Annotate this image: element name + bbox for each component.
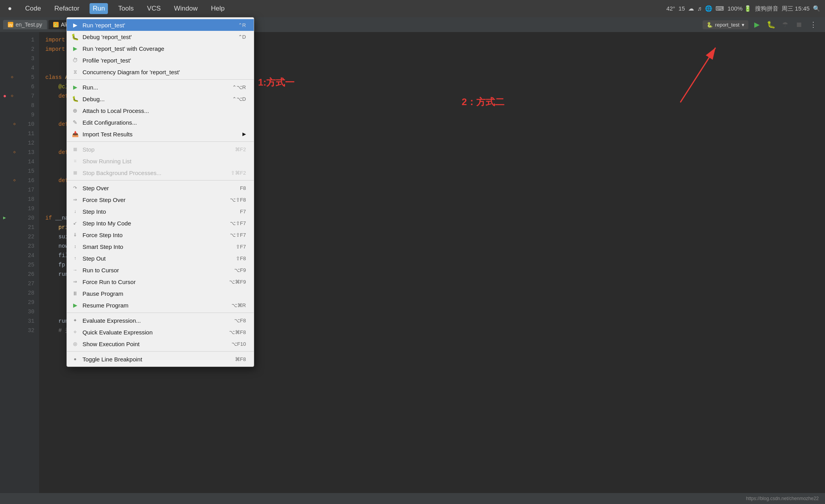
stop-button[interactable]: ⏹: [794, 19, 805, 30]
run-dots-icon: ▶: [72, 84, 79, 91]
line-16: 16◇: [0, 176, 39, 185]
menu-item-force-run-cursor[interactable]: ⇒ Force Run to Cursor ⌥⌘F9: [67, 276, 254, 288]
run-cursor-icon: →: [72, 266, 79, 273]
menu-item-debug-report[interactable]: 🐛 Debug 'report_test' ⌃D: [67, 31, 254, 43]
menu-item-profile[interactable]: ⏱ Profile 'report_test': [67, 54, 254, 66]
menubar-run[interactable]: Run: [90, 3, 108, 14]
menu-item-debug-dots-shortcut: ⌃⌥D: [232, 96, 246, 102]
line-4: 4: [0, 63, 39, 73]
menu-item-show-exec-label: Show Execution Point: [82, 341, 228, 347]
line-10: 10◇: [0, 120, 39, 129]
menubar-apple[interactable]: ●: [5, 3, 15, 14]
sep-3: [67, 180, 254, 181]
menubar-code[interactable]: Code: [22, 3, 44, 14]
menubar-tools[interactable]: Tools: [115, 3, 137, 14]
menubar-vcs[interactable]: VCS: [144, 3, 164, 14]
menu-item-attach-label: Attach to Local Process...: [82, 107, 242, 114]
menu-item-debug-report-label: Debug 'report_test': [82, 34, 234, 40]
import-results-icon: 📥: [72, 130, 79, 138]
run-config-selector[interactable]: 🐍 report_test ▾: [703, 20, 748, 29]
line-1: 1: [0, 35, 39, 45]
more-button[interactable]: ⋮: [808, 19, 819, 30]
menu-item-stop[interactable]: ⏹ Stop ⌘F2: [67, 143, 254, 155]
menu-item-force-step-into[interactable]: ⇓ Force Step Into ⌥⇧F7: [67, 229, 254, 241]
smart-step-into-icon: ↕: [72, 243, 79, 250]
run-report-icon: ▶: [72, 21, 79, 29]
menu-item-run-coverage[interactable]: ▶ Run 'report_test' with Coverage: [67, 43, 254, 54]
menu-item-force-step-over[interactable]: ⇒ Force Step Over ⌥⇧F8: [67, 194, 254, 206]
debug-button[interactable]: 🐛: [766, 19, 777, 30]
line-3: 3: [0, 54, 39, 63]
menu-item-step-out-shortcut: ⇧F8: [236, 256, 246, 261]
menu-item-force-step-into-shortcut: ⌥⇧F7: [230, 232, 246, 238]
menu-item-show-running[interactable]: ≡ Show Running List: [67, 155, 254, 167]
menu-item-toggle-bp[interactable]: ● Toggle Line Breakpoint ⌘F8: [67, 353, 254, 365]
menu-item-pause-label: Pause Program: [82, 290, 242, 297]
menu-item-attach[interactable]: ⊕ Attach to Local Process...: [67, 105, 254, 116]
menubar-help[interactable]: Help: [208, 3, 228, 14]
line-19: 19: [0, 204, 39, 213]
run-button[interactable]: ▶: [751, 19, 762, 30]
force-run-cursor-icon: ⇒: [72, 278, 79, 285]
menu-item-smart-step-into[interactable]: ↕ Smart Step Into ⇧F7: [67, 241, 254, 252]
menu-item-step-over-shortcut: F8: [240, 185, 246, 191]
menu-item-stop-label: Stop: [82, 146, 231, 153]
line-30: 30: [0, 307, 39, 316]
menu-item-step-out-label: Step Out: [82, 255, 232, 262]
tab-label-en: en_Test.py: [16, 21, 42, 28]
menu-item-evaluate[interactable]: ✦ Evaluate Expression... ⌥F8: [67, 315, 254, 326]
line-5: 5◇: [0, 73, 39, 82]
menu-item-quick-eval[interactable]: ✧ Quick Evaluate Expression ⌥⌘F8: [67, 326, 254, 338]
menu-item-resume-label: Resume Program: [82, 302, 228, 309]
menu-item-run-dots[interactable]: ▶ Run... ⌃⌥R: [67, 81, 254, 93]
menu-item-import-results[interactable]: 📥 Import Test Results ▶: [67, 128, 254, 140]
line-21: 21: [0, 223, 39, 232]
menu-item-step-into[interactable]: ↓ Step Into F7: [67, 206, 254, 217]
menu-item-pause[interactable]: ⏸ Pause Program: [67, 288, 254, 299]
menu-item-run-cursor[interactable]: → Run to Cursor ⌥F9: [67, 264, 254, 276]
profile-icon: ⏱: [72, 57, 79, 64]
menu-item-debug-dots[interactable]: 🐛 Debug... ⌃⌥D: [67, 93, 254, 105]
menu-item-resume-shortcut: ⌥⌘R: [231, 302, 246, 308]
menubar-window[interactable]: Window: [171, 3, 201, 14]
line-11: 11: [0, 129, 39, 138]
menu-item-evaluate-label: Evaluate Expression...: [82, 317, 230, 324]
menu-item-edit-configs[interactable]: ✎ Edit Configurations...: [67, 116, 254, 128]
force-step-over-icon: ⇒: [72, 196, 79, 203]
stop-bg-icon: ⏹: [72, 169, 79, 176]
menu-item-run-coverage-label: Run 'report_test' with Coverage: [82, 45, 242, 52]
tab-en-test[interactable]: py en_Test.py: [3, 20, 47, 29]
menu-item-toggle-bp-shortcut: ⌘F8: [235, 356, 246, 362]
coverage-button[interactable]: ☂: [780, 19, 791, 30]
menu-item-step-into-my-code[interactable]: ↙ Step Into My Code ⌥⇧F7: [67, 217, 254, 229]
menu-item-run-dots-label: Run...: [82, 84, 228, 91]
tab-icon-alien: 🐍: [53, 22, 59, 27]
menu-item-stop-bg[interactable]: ⏹ Stop Background Processes... ⇧⌘F2: [67, 167, 254, 179]
concurrency-icon: ⧖: [72, 68, 79, 75]
menu-item-force-run-cursor-label: Force Run to Cursor: [82, 279, 225, 285]
line-13: 13◇: [0, 148, 39, 157]
menu-item-import-results-label: Import Test Results: [82, 131, 231, 138]
line-22: 22: [0, 232, 39, 241]
stop-icon: ⏹: [72, 146, 79, 153]
menu-item-stop-bg-label: Stop Background Processes...: [82, 170, 227, 176]
menubar-refactor[interactable]: Refactor: [51, 3, 82, 14]
menu-item-force-step-over-label: Force Step Over: [82, 197, 226, 203]
edit-configs-icon: ✎: [72, 119, 79, 126]
status-url: https://blog.csdn.net/chenmozhe22: [746, 496, 819, 501]
sep-1: [67, 79, 254, 80]
menu-item-toggle-bp-label: Toggle Line Breakpoint: [82, 356, 231, 363]
line-14: 14: [0, 157, 39, 166]
line-31: 31: [0, 316, 39, 326]
menu-item-resume[interactable]: ▶ Resume Program ⌥⌘R: [67, 299, 254, 311]
menu-item-show-exec[interactable]: ◎ Show Execution Point ⌥F10: [67, 338, 254, 350]
menu-item-run-dots-shortcut: ⌃⌥R: [232, 84, 246, 90]
line-28: 28: [0, 288, 39, 298]
menu-item-concurrency[interactable]: ⧖ Concurrency Diagram for 'report_test': [67, 66, 254, 78]
menu-item-step-over[interactable]: ↷ Step Over F8: [67, 182, 254, 194]
menu-item-run-report[interactable]: ▶ Run 'report_test' ⌃R: [67, 19, 254, 31]
step-into-my-code-icon: ↙: [72, 220, 79, 227]
menu-item-quick-eval-label: Quick Evaluate Expression: [82, 329, 225, 336]
run-config-label: report_test: [715, 22, 739, 28]
menu-item-step-out[interactable]: ↑ Step Out ⇧F8: [67, 252, 254, 264]
